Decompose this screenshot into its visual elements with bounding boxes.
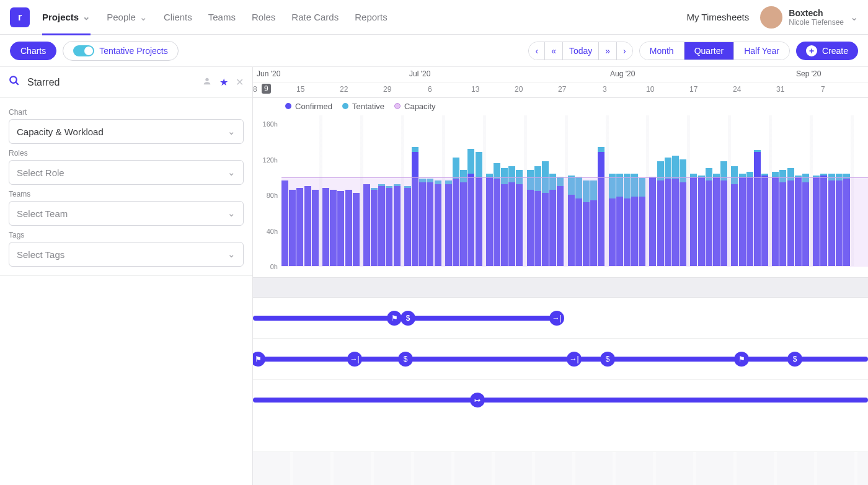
avatar <box>760 6 782 29</box>
day-label: 3 <box>603 85 607 94</box>
charts-button[interactable]: Charts <box>10 42 56 60</box>
toggle-switch-icon <box>73 45 94 56</box>
day-label: 10 <box>646 85 654 94</box>
day-label: 24 <box>733 85 741 94</box>
nav-item-projects[interactable]: Projects⌄ <box>42 0 91 35</box>
confirmed-projects-header: Confirmed Projects <box>253 278 868 298</box>
timeline-footer <box>253 452 868 485</box>
month-label: Sep '20 <box>796 69 821 78</box>
nav-item-people[interactable]: People⌄ <box>107 1 148 34</box>
month-label: Jul '20 <box>409 69 430 78</box>
person-filter-icon[interactable] <box>202 76 212 89</box>
timeline-bar[interactable] <box>253 398 868 403</box>
range-month[interactable]: Month <box>640 42 684 60</box>
milestone-node[interactable]: ⚑ <box>387 311 402 326</box>
milestone-node[interactable]: $ <box>401 311 415 326</box>
nav-item-clients[interactable]: Clients <box>164 1 192 33</box>
y-tick: 160h <box>263 120 278 128</box>
project-row: ABWebsite Design ProjectAll Blacks⋮★⌄⚑→|… <box>253 339 868 380</box>
filter-roles-label: Roles <box>9 149 244 158</box>
day-label: 31 <box>776 85 784 94</box>
legend-capacity: Capacity <box>404 102 436 111</box>
prev-button[interactable]: ‹ <box>529 42 545 60</box>
search-row: Starred ★ ✕ <box>0 67 252 98</box>
chart-select[interactable]: Capacity & Workload⌄ <box>9 119 244 144</box>
nav-item-reports[interactable]: Reports <box>355 1 388 33</box>
today-button[interactable]: Today <box>563 42 599 60</box>
project-row: 3MWebsite Build3M⋮★⌄⚑$→| <box>253 298 868 339</box>
y-tick: 80h <box>267 192 278 199</box>
nav-item-teams[interactable]: Teams <box>208 1 236 33</box>
app-logo[interactable]: r <box>10 7 30 27</box>
day-label: 15 <box>296 85 304 94</box>
y-tick: 40h <box>267 228 278 235</box>
tentative-projects-toggle[interactable]: Tentative Projects <box>63 41 179 61</box>
star-filter-icon[interactable]: ★ <box>219 76 228 88</box>
timeline-bar[interactable] <box>253 357 868 362</box>
day-label: 29 <box>383 85 391 94</box>
nav-item-roles[interactable]: Roles <box>252 1 275 33</box>
day-label: 13 <box>471 85 479 94</box>
user-name: Nicole Tiefensee <box>789 18 844 27</box>
roles-select-placeholder: Select Role <box>17 167 64 178</box>
filter-tags-label: Tags <box>9 231 244 239</box>
create-button[interactable]: + Create <box>796 42 858 60</box>
chart-area: 0h40h80h120h160h Confirmed Tentative Cap… <box>253 98 868 278</box>
top-nav: r Projects⌄People⌄ClientsTeamsRolesRate … <box>0 0 868 35</box>
milestone-node[interactable]: ⚑ <box>253 352 265 367</box>
project-timeline[interactable]: ⚑→|$→|$⚑$ <box>253 339 868 379</box>
chevron-down-icon: ⌄ <box>228 208 236 219</box>
milestone-node[interactable]: ⚑ <box>734 352 749 367</box>
range-half-year[interactable]: Half Year <box>734 42 789 60</box>
milestone-node[interactable]: →| <box>567 352 582 367</box>
next-button[interactable]: › <box>617 42 632 60</box>
day-label: 27 <box>558 85 566 94</box>
project-timeline[interactable]: ↦ <box>253 380 868 410</box>
sidebar: Starred ★ ✕ Chart Capacity & Workload⌄ R… <box>0 67 253 485</box>
company-name: Boxtech <box>789 8 844 18</box>
milestone-node[interactable]: ↦ <box>470 393 485 407</box>
last-button[interactable]: » <box>599 42 617 60</box>
day-label: 6 <box>428 85 432 94</box>
day-label: 7 <box>821 85 825 94</box>
chevron-down-icon: ⌄ <box>228 126 236 137</box>
main-panel: Jun '20Jul '20Aug '20Sep '20 89152229613… <box>253 67 868 485</box>
day-label: 22 <box>340 85 348 94</box>
milestone-node[interactable]: $ <box>398 352 413 367</box>
toolbar: Charts Tentative Projects ‹ « Today » › … <box>0 35 868 67</box>
nav-item-rate-cards[interactable]: Rate Cards <box>291 1 339 33</box>
legend-dot-tentative <box>342 103 348 109</box>
range-quarter[interactable]: Quarter <box>684 42 734 60</box>
tags-select[interactable]: Select Tags⌄ <box>9 242 244 267</box>
chevron-down-icon: ⌄ <box>850 11 858 23</box>
my-timesheets-link[interactable]: My Timesheets <box>686 12 749 22</box>
tags-select-placeholder: Select Tags <box>17 249 64 260</box>
legend-dot-capacity <box>394 103 401 109</box>
milestone-node[interactable]: $ <box>600 352 615 367</box>
tentative-projects-label: Tentative Projects <box>99 46 168 56</box>
search-icon[interactable] <box>9 75 20 89</box>
chart-plot: Confirmed Tentative Capacity <box>281 98 868 277</box>
project-timeline[interactable]: ⚑$→| <box>253 298 868 338</box>
legend-dot-confirmed <box>285 103 291 109</box>
milestone-node[interactable]: $ <box>787 352 802 367</box>
filter-panel: Chart Capacity & Workload⌄ Roles Select … <box>0 98 252 276</box>
first-button[interactable]: « <box>545 42 563 60</box>
user-menu[interactable]: Boxtech Nicole Tiefensee ⌄ <box>760 6 858 29</box>
roles-select[interactable]: Select Role⌄ <box>9 160 244 185</box>
plus-icon: + <box>806 45 817 56</box>
y-axis: 0h40h80h120h160h <box>253 98 281 277</box>
search-input[interactable]: Starred <box>27 77 195 88</box>
legend-confirmed: Confirmed <box>295 102 332 111</box>
milestone-node[interactable]: →| <box>549 311 564 326</box>
milestone-node[interactable]: →| <box>347 352 362 367</box>
day-label: 20 <box>515 85 523 94</box>
timeline-header: Jun '20Jul '20Aug '20Sep '20 89152229613… <box>253 67 868 98</box>
clear-search-icon[interactable]: ✕ <box>236 76 244 88</box>
y-tick: 0h <box>270 263 278 270</box>
svg-point-2 <box>205 78 208 81</box>
project-row: ABWorld Cup AppAll Blacks⋮★⌄↦ <box>253 380 868 410</box>
teams-select[interactable]: Select Team⌄ <box>9 201 244 226</box>
month-label: Aug '20 <box>610 69 635 78</box>
create-label: Create <box>822 46 848 56</box>
